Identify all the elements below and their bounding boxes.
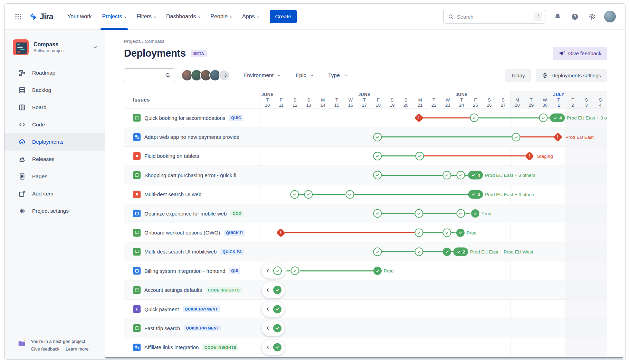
deployment-success-icon[interactable] xyxy=(416,152,424,160)
type-filter-dropdown[interactable]: Type xyxy=(328,72,348,78)
issue-summary[interactable]: Optimize experience for mobile webCOD xyxy=(124,204,260,223)
chevron-down-icon xyxy=(343,73,348,78)
deployment-count-pill[interactable]: 4 xyxy=(468,190,483,199)
issue-summary[interactable]: Multi-dest search UI mobilewebQUICK PA xyxy=(124,242,260,261)
avatar-filter-group[interactable]: +3 xyxy=(181,69,230,81)
app-switcher-icon[interactable] xyxy=(12,11,24,22)
issue-summary[interactable]: Fast trip searchQUICK PAYMENT xyxy=(124,319,260,337)
nav-menu-item-projects[interactable]: Projects▾ xyxy=(97,4,132,30)
sidebar-item-add-item[interactable]: Add item xyxy=(4,185,105,202)
issue-summary[interactable]: Shopping cart purchasing error - quick f… xyxy=(124,166,260,184)
sidebar-item-pages[interactable]: Pages xyxy=(4,168,105,185)
deployment-success-icon[interactable] xyxy=(291,267,299,275)
deployment-success-filled-icon[interactable] xyxy=(273,343,281,352)
settings-gear-icon[interactable] xyxy=(587,11,597,22)
avatar-overflow-count[interactable]: +3 xyxy=(219,70,230,81)
deployment-count-pill[interactable]: 2 xyxy=(453,247,468,256)
sidebar-item-roadmap[interactable]: Roadmap xyxy=(4,64,105,82)
issue-summary[interactable]: Onboard workout options (OWO)QUICK P xyxy=(124,223,260,242)
day-column-header: M21 xyxy=(413,97,427,108)
deployment-success-filled-icon[interactable] xyxy=(471,209,479,218)
deployment-success-icon[interactable] xyxy=(415,209,423,218)
deployment-success-icon[interactable] xyxy=(373,133,382,141)
deployment-success-icon[interactable] xyxy=(290,190,299,199)
deployment-success-icon[interactable] xyxy=(415,247,423,256)
expand-deployments-chip[interactable] xyxy=(261,301,285,317)
global-search[interactable]: / xyxy=(443,10,545,23)
issue-summary[interactable]: Adapt web app no new payments provide xyxy=(124,127,260,146)
deployment-success-icon[interactable] xyxy=(457,209,465,218)
environment-filter-dropdown[interactable]: Environment xyxy=(244,72,282,78)
deployment-success-icon[interactable] xyxy=(512,133,521,141)
learn-more-link[interactable]: Learn more xyxy=(66,346,88,352)
issue-summary[interactable]: Affiliate links integrationCODE INSIGHTS xyxy=(124,338,260,357)
jira-logo[interactable]: Jira xyxy=(29,12,53,21)
deployment-failed-icon[interactable]: ! xyxy=(276,228,286,237)
issue-filter-search-input[interactable] xyxy=(128,73,165,78)
give-feedback-button[interactable]: Give feedback xyxy=(553,47,607,60)
deployment-count-pill[interactable]: 4 xyxy=(468,171,483,180)
deployment-success-icon[interactable] xyxy=(470,114,479,122)
notifications-bell-icon[interactable] xyxy=(552,11,563,22)
project-selector[interactable]: Compass Software project xyxy=(4,39,105,55)
nav-menu-item-apps[interactable]: Apps▾ xyxy=(237,4,264,30)
sidebar-item-backlog[interactable]: Backlog xyxy=(4,82,105,99)
deployment-success-icon[interactable] xyxy=(373,171,382,180)
breadcrumb-link[interactable]: Projects xyxy=(124,39,141,44)
issue-summary[interactable]: Multi-dest search UI web xyxy=(124,185,260,204)
deployment-success-icon[interactable] xyxy=(539,114,548,122)
global-search-input[interactable] xyxy=(457,14,531,20)
issue-filter-search[interactable] xyxy=(124,68,175,82)
deployment-success-icon[interactable] xyxy=(346,190,354,199)
deployment-count-pill[interactable]: 4 xyxy=(550,114,565,122)
deployment-success-icon[interactable] xyxy=(304,190,313,199)
nav-menu-item-dashboards[interactable]: Dashboards▾ xyxy=(161,4,205,30)
issue-summary[interactable]: Quick paymentQUICK PAYMENT xyxy=(124,300,260,318)
deployment-success-filled-icon[interactable] xyxy=(273,286,281,294)
sidebar-item-board[interactable]: Board xyxy=(4,99,105,116)
environment-label: Prod xyxy=(481,211,491,216)
chevron-left-icon xyxy=(265,306,271,312)
deployment-failed-icon[interactable]: ! xyxy=(553,132,563,142)
deployment-success-filled-icon[interactable] xyxy=(443,248,451,256)
expand-deployments-chip[interactable] xyxy=(261,339,285,355)
today-button[interactable]: Today xyxy=(505,69,531,82)
issue-summary[interactable]: Quick booking for accommodationsQUIC xyxy=(124,108,260,127)
horizontal-scrollbar[interactable] xyxy=(105,357,623,358)
sidebar-item-project-settings[interactable]: Project settings xyxy=(4,202,105,220)
deployment-success-icon[interactable] xyxy=(373,209,382,218)
deployment-segment xyxy=(382,251,415,252)
deployment-success-filled-icon[interactable] xyxy=(456,229,465,237)
sidebar-item-code[interactable]: Code xyxy=(4,116,105,133)
deployment-failed-icon[interactable]: ! xyxy=(525,152,534,161)
help-icon[interactable]: ? xyxy=(570,11,580,22)
nav-menu-item-your-work[interactable]: Your work xyxy=(62,4,97,30)
sidebar-item-releases[interactable]: Releases xyxy=(4,151,105,168)
give-feedback-link[interactable]: Give feedback xyxy=(31,346,59,352)
deployment-success-filled-icon[interactable] xyxy=(273,305,281,313)
deployment-success-icon[interactable] xyxy=(443,228,451,237)
create-button[interactable]: Create xyxy=(270,10,297,23)
deployment-success-filled-icon[interactable] xyxy=(373,267,382,275)
nav-menu-item-people[interactable]: People▾ xyxy=(205,4,237,30)
user-avatar[interactable] xyxy=(604,11,616,22)
deployment-success-icon[interactable] xyxy=(273,267,282,275)
deployment-success-icon[interactable] xyxy=(443,171,451,180)
deployments-settings-button[interactable]: Deployments settings xyxy=(536,69,607,82)
deployment-success-icon[interactable] xyxy=(415,228,423,237)
expand-deployments-chip[interactable] xyxy=(261,282,285,298)
sidebar-item-deployments[interactable]: Deployments xyxy=(4,133,105,151)
expand-deployments-chip[interactable] xyxy=(261,320,285,336)
deployment-success-filled-icon[interactable] xyxy=(273,324,281,332)
deployment-success-icon[interactable] xyxy=(373,247,382,256)
issue-summary[interactable]: Billing system integration - frontendQUI xyxy=(124,261,260,280)
epic-filter-dropdown[interactable]: Epic xyxy=(296,72,314,78)
breadcrumb-link[interactable]: Compass xyxy=(145,39,164,44)
issue-summary[interactable]: Account settings defaultsCODE INSIGHTS xyxy=(124,281,260,299)
expand-deployments-chip[interactable] xyxy=(261,263,285,279)
deployment-success-icon[interactable] xyxy=(373,152,382,160)
issue-summary[interactable]: Fluid booking on tablets xyxy=(124,147,260,165)
deployment-failed-icon[interactable]: ! xyxy=(414,113,424,123)
deployment-success-icon[interactable] xyxy=(457,171,465,180)
nav-menu-item-filters[interactable]: Filters▾ xyxy=(131,4,161,30)
